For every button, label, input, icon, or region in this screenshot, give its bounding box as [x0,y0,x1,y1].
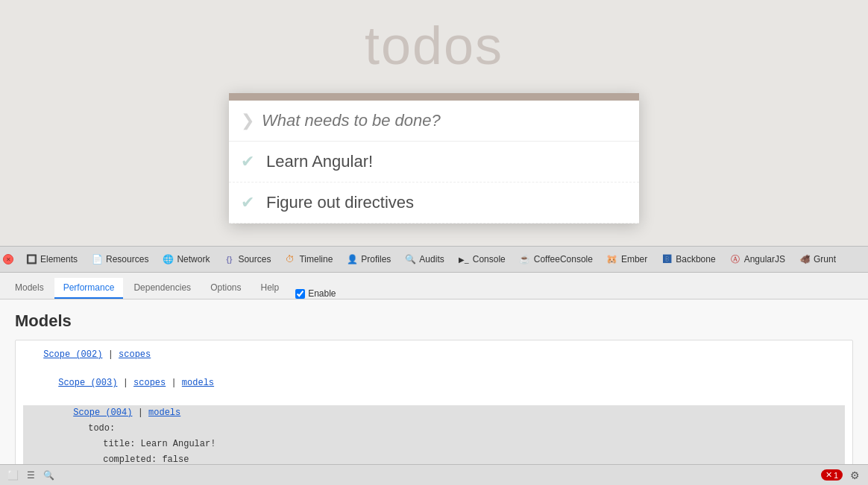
error-count: 1 [834,471,838,480]
models-link-3[interactable]: models [148,408,180,418]
tab-timeline[interactable]: ⏱ Timeline [278,250,339,268]
tab-audits[interactable]: 🔍 Audits [398,250,450,268]
scopes-link-2[interactable]: scopes [133,378,166,388]
tab-coffee-console[interactable]: ☕ CoffeeConsole [513,250,599,268]
backbone-icon: 🅱 [661,253,673,265]
console-icon: ▶_ [458,253,470,265]
tab-ember-label: Ember [621,254,647,264]
tab-sources-label: Sources [238,254,271,264]
code-line-4: todo: [23,421,845,437]
todo-input[interactable] [262,111,627,130]
todo-container: ❯ ✔ Learn Angular! ✔ Figure out directiv… [229,93,639,224]
angular-icon: Ⓐ [729,253,741,265]
tab-ember[interactable]: 🐹 Ember [600,250,653,268]
tab-console[interactable]: ▶_ Console [452,250,512,268]
tab-coffee-label: CoffeeConsole [534,254,593,264]
scope-002-link[interactable]: Scope (002) [43,349,102,360]
panel-tabs: Models Performance Dependencies Options … [0,273,868,299]
enable-toggle[interactable]: Enable [295,288,336,299]
tab-elements[interactable]: 🔲 Elements [19,250,84,268]
tab-profiles-label: Profiles [361,254,391,264]
check-icon-2[interactable]: ✔ [241,193,254,212]
tab-network[interactable]: 🌐 Network [156,250,216,268]
tab-performance-label: Performance [63,282,115,293]
coffee-icon: ☕ [519,253,531,265]
scope-003-link[interactable]: Scope (003) [58,378,117,388]
tab-backbone-label: Backbone [676,254,715,264]
tab-grunt[interactable]: 🐗 Grunt [793,250,842,268]
tab-console-label: Console [473,254,506,264]
devtools-toolbar: 🔲 Elements 📄 Resources 🌐 Network {} Sour… [0,246,868,273]
timeline-icon: ⏱ [284,253,296,265]
section-title: Models [15,311,853,331]
toggle-all-icon[interactable]: ❯ [241,111,254,130]
tab-angularjs[interactable]: Ⓐ AngularJS [723,250,791,268]
tab-resources[interactable]: 📄 Resources [85,250,154,268]
ember-icon: 🐹 [606,253,618,265]
enable-label: Enable [308,288,336,299]
tab-models-label: Models [15,282,44,293]
todo-item-1: ✔ Learn Angular! [229,142,639,183]
tab-options-label: Options [210,282,241,293]
tab-help[interactable]: Help [251,278,288,299]
close-button[interactable] [3,254,13,264]
profiles-icon: 👤 [346,253,358,265]
tab-dependencies-label: Dependencies [133,282,191,293]
tab-dependencies[interactable]: Dependencies [125,278,200,299]
enable-checkbox[interactable] [295,289,305,299]
dock-icon[interactable]: ⬜ [6,469,19,482]
bottom-left: ⬜ ☰ 🔍 [6,469,55,482]
todo-input-row: ❯ [229,101,639,142]
tab-network-label: Network [177,254,210,264]
code-line-1: Scope (002) | scopes [23,348,845,362]
tab-help-label: Help [260,282,279,293]
elements-icon: 🔲 [25,253,37,265]
sources-icon: {} [223,253,235,265]
code-line-3: Scope (004) | models [23,405,845,421]
gear-icon[interactable]: ⚙ [847,468,862,483]
resources-icon: 📄 [91,253,103,265]
code-panel: Scope (002) | scopes Scope (003) | scope… [15,340,853,485]
models-link-2[interactable]: models [182,378,214,388]
tab-profiles[interactable]: 👤 Profiles [340,250,397,268]
tab-timeline-label: Timeline [299,254,333,264]
bottom-bar: ⬜ ☰ 🔍 ✕ 1 ⚙ [0,464,868,485]
network-icon: 🌐 [162,253,174,265]
grunt-icon: 🐗 [799,253,811,265]
app-area: todos ❯ ✔ Learn Angular! ✔ Figure out di… [0,0,868,246]
list-view-icon[interactable]: ☰ [24,469,37,482]
tab-elements-label: Elements [40,254,78,264]
content-area: Models Scope (002) | scopes Scope (003) … [0,299,868,485]
todo-item-2: ✔ Figure out directives [229,183,639,224]
tab-options[interactable]: Options [201,278,250,299]
tab-grunt-label: Grunt [814,254,836,264]
tab-models[interactable]: Models [6,278,53,299]
check-icon-1[interactable]: ✔ [241,152,254,171]
todo-text-1: Learn Angular! [266,152,373,171]
tab-sources[interactable]: {} Sources [217,250,277,268]
scope-004-link[interactable]: Scope (004) [73,408,132,418]
code-line-2: Scope (003) | scopes | models [23,376,845,390]
search-icon[interactable]: 🔍 [42,469,55,482]
code-line-5: title: Learn Angular! [23,437,845,452]
todo-header-bar [229,93,639,101]
app-title: todos [365,15,503,76]
tab-performance[interactable]: Performance [54,278,124,299]
scopes-link-1[interactable]: scopes [119,349,151,360]
audits-icon: 🔍 [404,253,416,265]
tab-angular-label: AngularJS [744,254,785,264]
tab-resources-label: Resources [106,254,148,264]
tab-backbone[interactable]: 🅱 Backbone [655,250,721,268]
error-x-icon: ✕ [825,470,832,480]
error-badge[interactable]: ✕ 1 [821,469,843,481]
tab-audits-label: Audits [419,254,444,264]
todo-text-2: Figure out directives [266,193,414,212]
bottom-right: ✕ 1 ⚙ [821,468,862,483]
